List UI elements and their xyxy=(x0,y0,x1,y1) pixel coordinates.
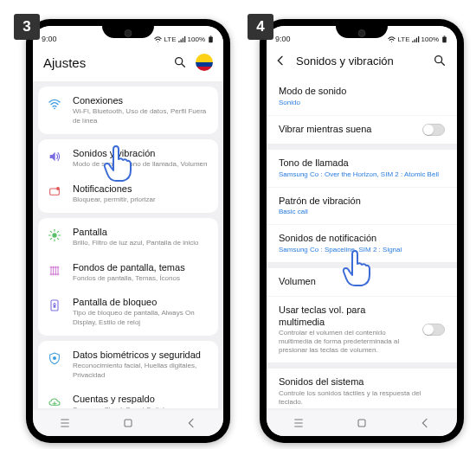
battery-icon xyxy=(441,35,448,43)
toggle-media[interactable] xyxy=(422,324,445,336)
svg-line-26 xyxy=(441,62,444,65)
svg-rect-0 xyxy=(209,37,213,43)
sound-list[interactable]: Modo de sonidoSonido Vibrar mientras sue… xyxy=(267,78,457,408)
row-sub: Controlar el volumen del contenido multi… xyxy=(279,329,414,355)
row-notificaciones[interactable]: NotificacionesBloquear, permitir, priori… xyxy=(38,176,218,212)
settings-header: Ajustes xyxy=(33,45,223,81)
row-sub: Samsung Co : Over the Horizon, SIM 2 : A… xyxy=(279,170,445,179)
back-icon[interactable] xyxy=(418,416,432,430)
screen-3: 9:00 LTE 100% Ajustes ConexionesWi-Fi, B… xyxy=(33,26,223,436)
wifi-icon xyxy=(154,35,162,43)
screen-4: 9:00 LTE 100% Sonidos y vibración Modo d… xyxy=(267,26,457,436)
search-icon[interactable] xyxy=(433,54,447,67)
svg-point-4 xyxy=(54,107,55,109)
svg-point-6 xyxy=(56,187,60,190)
row-sub: Samsung Co : Spaceline, SIM 2 : Signal xyxy=(279,246,445,254)
row-patron-vibracion[interactable]: Patrón de vibraciónBasic call xyxy=(267,187,457,225)
row-sub: Sonido xyxy=(279,99,445,107)
page-title: Ajustes xyxy=(43,55,86,70)
svg-rect-23 xyxy=(442,37,447,43)
row-sub: Brillo, Filtro de luz azul, Pantalla de … xyxy=(73,239,209,247)
wallpaper-icon xyxy=(48,264,61,278)
status-time: 9:00 xyxy=(275,35,291,43)
row-title: Notificaciones xyxy=(73,183,209,195)
search-icon[interactable] xyxy=(173,55,187,69)
row-fondos[interactable]: Fondos de pantalla, temasFondos de panta… xyxy=(38,255,218,291)
status-right: LTE 100% xyxy=(388,35,448,43)
row-tono-llamada[interactable]: Tono de llamadaSamsung Co : Over the Hor… xyxy=(267,150,457,187)
row-title: Fondos de pantalla, temas xyxy=(73,262,209,273)
row-sonidos-notificacion[interactable]: Sonidos de notificaciónSamsung Co : Spac… xyxy=(267,224,457,262)
toggle-vibrar[interactable] xyxy=(422,124,445,136)
row-cuentas[interactable]: Cuentas y respaldoSamsung Cloud, Smart S… xyxy=(38,387,218,408)
svg-rect-24 xyxy=(444,35,446,36)
cloud-icon xyxy=(48,395,61,408)
row-sub: Bloquear, permitir, priorizar xyxy=(73,196,209,204)
shield-icon xyxy=(48,351,61,365)
row-sonidos-sistema[interactable]: Sonidos del sistemaControle los sonidos … xyxy=(267,369,457,408)
settings-group: PantallaBrillo, Filtro de luz azul, Pant… xyxy=(38,218,218,336)
row-title: Vibrar mientras suena xyxy=(279,124,414,136)
svg-point-25 xyxy=(435,56,442,63)
step-badge-4: 4 xyxy=(248,14,273,40)
sound-header: Sonidos y vibración xyxy=(267,45,457,78)
settings-list[interactable]: ConexionesWi-Fi, Bluetooth, Uso de datos… xyxy=(33,81,223,408)
settings-group: Sonidos y vibraciónModo de sonido, Tono … xyxy=(38,139,218,213)
row-title: Sonidos de notificación xyxy=(279,233,445,245)
row-conexiones[interactable]: ConexionesWi-Fi, Bluetooth, Uso de datos… xyxy=(38,88,218,132)
svg-point-7 xyxy=(52,233,56,237)
svg-line-13 xyxy=(57,238,58,239)
svg-rect-17 xyxy=(54,305,56,308)
sound-icon xyxy=(48,150,61,164)
page-title: Sonidos y vibración xyxy=(296,55,424,67)
row-pantalla[interactable]: PantallaBrillo, Filtro de luz azul, Pant… xyxy=(38,220,218,255)
battery-icon xyxy=(207,35,215,43)
row-title: Cuentas y respaldo xyxy=(73,394,209,405)
nav-bar xyxy=(267,410,457,436)
row-biometricos[interactable]: Datos biométricos y seguridadReconocimie… xyxy=(38,343,218,387)
row-sub: Tipo de bloqueo de pantalla, Always On D… xyxy=(73,309,209,327)
batt-label: 100% xyxy=(421,35,439,43)
back-icon[interactable] xyxy=(273,54,287,67)
recents-icon[interactable] xyxy=(58,416,72,430)
row-vibrar-suena[interactable]: Vibrar mientras suena xyxy=(267,115,457,144)
net-label: LTE xyxy=(397,35,409,43)
settings-group: Datos biométricos y seguridadReconocimie… xyxy=(38,341,218,408)
status-right: LTE 100% xyxy=(154,35,215,43)
svg-line-3 xyxy=(182,64,184,67)
row-modo-sonido[interactable]: Modo de sonidoSonido xyxy=(267,78,457,115)
row-sub: Wi-Fi, Bluetooth, Uso de datos, Perfil F… xyxy=(73,107,209,125)
phone-frame-4: 9:00 LTE 100% Sonidos y vibración Modo d… xyxy=(260,19,464,443)
row-sub: Controle los sonidos táctiles y la respu… xyxy=(279,389,445,407)
row-title: Modo de sonido xyxy=(279,86,445,98)
row-sub: Basic call xyxy=(279,208,445,216)
back-icon[interactable] xyxy=(184,416,198,430)
colombia-flag-icon[interactable] xyxy=(196,54,213,71)
svg-point-18 xyxy=(53,356,56,360)
row-volumen[interactable]: Volumen xyxy=(267,268,457,296)
row-teclas-multimedia[interactable]: Usar teclas vol. para multimediaControla… xyxy=(267,296,457,363)
status-time: 9:00 xyxy=(42,35,57,43)
row-sub: Fondos de pantalla, Temas, Íconos xyxy=(73,274,209,283)
notch xyxy=(336,26,388,38)
svg-point-2 xyxy=(176,58,183,65)
batt-label: 100% xyxy=(188,35,205,43)
step-badge-3: 3 xyxy=(14,14,40,40)
home-icon[interactable] xyxy=(121,416,135,430)
notch xyxy=(102,26,154,38)
display-icon xyxy=(48,228,61,242)
recents-icon[interactable] xyxy=(292,416,306,430)
wifi-icon xyxy=(388,35,396,43)
row-title: Sonidos del sistema xyxy=(279,376,445,388)
row-title: Sonidos y vibración xyxy=(73,148,209,159)
nav-bar xyxy=(33,410,223,436)
signal-icon xyxy=(178,35,186,43)
phone-frame-3: 9:00 LTE 100% Ajustes ConexionesWi-Fi, B… xyxy=(26,19,230,443)
row-title: Volumen xyxy=(279,276,445,288)
row-title: Pantalla xyxy=(73,227,209,238)
row-sonidos[interactable]: Sonidos y vibraciónModo de sonido, Tono … xyxy=(38,141,218,176)
row-title: Datos biométricos y seguridad xyxy=(73,350,209,361)
row-title: Conexiones xyxy=(73,95,209,106)
row-bloqueo[interactable]: Pantalla de bloqueoTipo de bloqueo de pa… xyxy=(38,290,218,334)
home-icon[interactable] xyxy=(355,416,369,430)
